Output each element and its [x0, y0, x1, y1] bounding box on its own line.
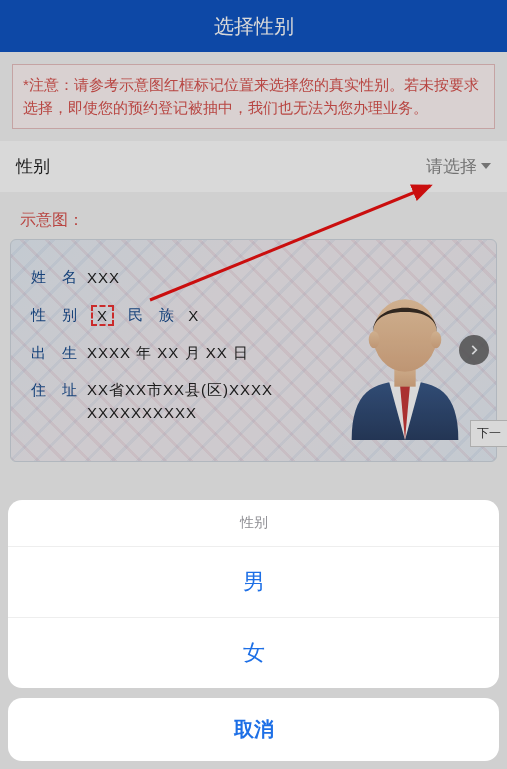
action-sheet-title: 性别 — [8, 500, 499, 547]
action-sheet: 性别 男 女 取消 — [8, 500, 499, 761]
cancel-button[interactable]: 取消 — [8, 698, 499, 761]
option-female[interactable]: 女 — [8, 618, 499, 688]
action-sheet-group: 性别 男 女 — [8, 500, 499, 688]
option-male[interactable]: 男 — [8, 547, 499, 618]
